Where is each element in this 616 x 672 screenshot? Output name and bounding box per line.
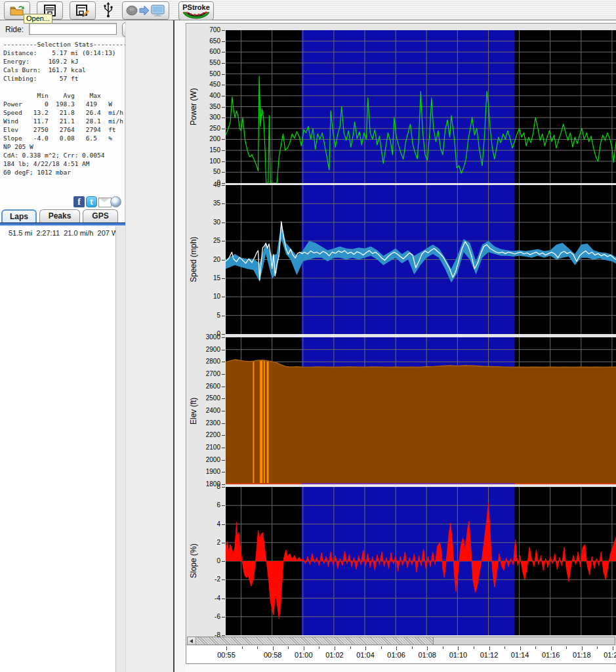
x-axis-label: 00:58 xyxy=(258,651,287,659)
x-minor-tick xyxy=(412,646,413,649)
y-tick-mark xyxy=(222,617,225,618)
x-minor-tick xyxy=(443,646,443,649)
ride-input[interactable] xyxy=(29,23,117,35)
chart-h-scrollbar[interactable] xyxy=(187,637,615,645)
x-minor-tick xyxy=(319,646,319,649)
y-tick-mark xyxy=(222,74,225,75)
power-chart[interactable] xyxy=(226,30,616,183)
twitter-icon[interactable]: t xyxy=(86,196,97,207)
y-tick-mark xyxy=(222,183,225,184)
tab-peaks[interactable]: Peaks xyxy=(39,209,80,222)
y-tick-mark xyxy=(222,316,225,316)
y-tick-mark xyxy=(222,96,225,96)
x-minor-tick xyxy=(474,646,474,649)
power-axis-title: Power (W) xyxy=(189,30,199,183)
x-minor-tick xyxy=(504,646,505,649)
download-from-device-button[interactable] xyxy=(122,1,169,20)
elev-chart-svg xyxy=(226,337,616,484)
elev-axis-title: Elev (ft) xyxy=(189,337,199,484)
y-tick-mark xyxy=(222,505,225,506)
x-axis-label: 01:02 xyxy=(320,651,349,659)
tab-gps[interactable]: GPS xyxy=(83,209,118,222)
x-minor-tick xyxy=(566,646,567,649)
x-major-tick xyxy=(520,646,521,650)
x-major-tick xyxy=(226,646,227,650)
x-major-tick xyxy=(582,646,583,650)
y-tick-mark xyxy=(222,30,225,31)
open-folder-icon xyxy=(10,5,24,16)
x-major-tick xyxy=(335,646,335,650)
slope-chart[interactable] xyxy=(226,487,616,635)
speed-chart[interactable] xyxy=(226,185,616,334)
x-major-tick xyxy=(427,646,428,650)
open-tooltip: Open... xyxy=(24,14,52,24)
y-tick-mark xyxy=(222,398,225,399)
x-minor-tick xyxy=(288,646,289,649)
x-major-tick xyxy=(551,646,552,650)
lap-row[interactable]: 51.5 mi 2:27:11 21.0 mi/h 207 W xyxy=(9,229,118,237)
y-tick-mark xyxy=(222,374,225,375)
x-axis-label: 01:06 xyxy=(382,651,411,659)
y-tick-mark xyxy=(222,85,225,85)
usb-icon xyxy=(103,2,113,18)
y-tick-mark xyxy=(222,161,225,162)
x-major-tick xyxy=(273,646,274,650)
y-tick-mark xyxy=(222,543,225,543)
lap-list-scrollbar[interactable] xyxy=(115,226,125,672)
x-axis-label: 01:16 xyxy=(537,651,565,659)
selection-stats-text: ---------Selection Stats--------- Distan… xyxy=(3,40,127,177)
y-tick-mark xyxy=(222,260,225,261)
pstroke-label: PStroke xyxy=(182,4,210,11)
y-tick-mark xyxy=(222,598,225,599)
y-tick-mark xyxy=(222,561,225,562)
x-axis-label: 01:10 xyxy=(443,651,472,659)
scroll-thumb[interactable] xyxy=(196,637,434,644)
x-minor-tick xyxy=(597,646,598,649)
usb-sync-control[interactable] xyxy=(98,2,118,18)
facebook-icon[interactable]: f xyxy=(73,196,85,207)
save-as-button[interactable] xyxy=(70,1,96,20)
x-axis-label: 01:00 xyxy=(289,651,318,659)
time-axis: 00:5500:5801:0001:0201:0401:0601:0801:10… xyxy=(187,646,615,663)
email-icon[interactable] xyxy=(98,198,112,207)
arrow-right-icon xyxy=(140,6,149,15)
chart-panel: 00:5500:5801:0001:0201:0401:0601:0801:10… xyxy=(186,23,616,664)
y-tick-mark xyxy=(222,524,225,525)
y-tick-mark xyxy=(222,387,225,387)
ride-label: Ride: xyxy=(5,25,24,34)
y-tick-mark xyxy=(222,41,225,42)
slope-axis-title: Slope (%) xyxy=(189,487,199,635)
x-axis-label: 01:14 xyxy=(506,651,535,659)
y-tick-mark xyxy=(222,362,225,362)
slope-chart-svg xyxy=(226,487,616,635)
pstroke-button[interactable]: PStroke xyxy=(178,1,214,20)
x-axis-label: 01:08 xyxy=(413,651,441,659)
y-tick-mark xyxy=(222,52,225,52)
power-chart-svg xyxy=(226,30,616,183)
y-tick-mark xyxy=(222,460,225,461)
y-tick-mark xyxy=(222,63,225,64)
y-tick-mark xyxy=(222,117,225,118)
y-tick-mark xyxy=(222,139,225,140)
google-earth-icon[interactable] xyxy=(110,196,121,207)
device-icon xyxy=(127,6,137,15)
splitter-gap xyxy=(175,20,186,672)
x-axis-label: 00:55 xyxy=(212,651,241,659)
x-axis-label: 01:20 xyxy=(598,651,616,659)
y-tick-mark xyxy=(222,241,225,242)
y-tick-mark xyxy=(222,150,225,151)
y-tick-mark xyxy=(222,411,225,411)
elevation-chart[interactable] xyxy=(226,337,616,484)
y-tick-mark xyxy=(222,635,225,636)
monitor-icon xyxy=(152,5,164,16)
x-major-tick xyxy=(304,646,304,650)
y-tick-mark xyxy=(222,297,225,297)
y-tick-mark xyxy=(222,484,225,485)
x-major-tick xyxy=(613,646,613,650)
y-tick-mark xyxy=(222,222,225,223)
tab-laps[interactable]: Laps xyxy=(1,209,37,222)
y-tick-mark xyxy=(222,448,225,448)
lap-list: 51.5 mi 2:27:11 21.0 mi/h 207 W xyxy=(0,226,115,672)
y-tick-mark xyxy=(222,337,225,338)
x-axis-label: 01:04 xyxy=(351,651,380,659)
